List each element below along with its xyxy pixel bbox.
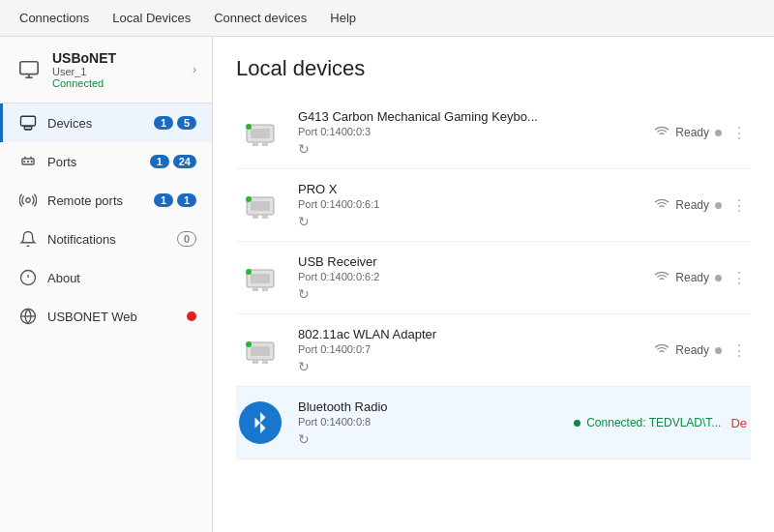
page-title: Local devices bbox=[236, 56, 751, 81]
device-name: PRO X bbox=[298, 182, 640, 196]
action-menu-button[interactable]: ⋮ bbox=[728, 269, 751, 287]
usbonet-web-icon bbox=[18, 307, 38, 326]
connection-status: Connected bbox=[52, 77, 116, 89]
main-layout: USBoNET User_1 Connected › Devices 1 5 bbox=[0, 37, 774, 532]
action-menu-button[interactable]: De bbox=[727, 416, 751, 430]
notifications-badge: 0 bbox=[177, 231, 196, 247]
device-port: Port 0:1400:0:7 bbox=[298, 343, 640, 355]
status-dot bbox=[715, 202, 722, 209]
chevron-icon: › bbox=[193, 63, 196, 76]
table-row: G413 Carbon Mechanical Gaming Keybo... P… bbox=[236, 97, 751, 169]
devices-badge1: 1 bbox=[154, 116, 173, 130]
action-menu-button[interactable]: ⋮ bbox=[728, 196, 751, 215]
refresh-icon[interactable]: ↻ bbox=[298, 214, 310, 229]
svg-rect-28 bbox=[262, 215, 268, 219]
svg-rect-3 bbox=[21, 116, 36, 126]
sidebar-item-remote-ports[interactable]: Remote ports 1 1 bbox=[0, 181, 212, 220]
svg-rect-34 bbox=[262, 287, 268, 291]
usb-device-icon bbox=[239, 184, 282, 226]
device-info: PRO X Port 0:1400:0:6:1 ↻ bbox=[298, 182, 640, 229]
device-status: Ready ⋮ bbox=[654, 124, 751, 142]
connected-dot bbox=[574, 420, 580, 427]
device-name: G413 Carbon Mechanical Gaming Keybo... bbox=[298, 109, 640, 124]
ports-badge2: 24 bbox=[173, 155, 196, 168]
red-dot-indicator bbox=[187, 311, 196, 321]
status-dot bbox=[715, 130, 722, 136]
sidebar-label-about: About bbox=[47, 271, 196, 285]
wifi-status-icon bbox=[654, 269, 670, 287]
menu-help[interactable]: Help bbox=[318, 3, 368, 33]
menu-connections[interactable]: Connections bbox=[8, 3, 101, 33]
sidebar-item-about[interactable]: About bbox=[0, 258, 212, 297]
status-label: Ready bbox=[675, 343, 709, 357]
usb-device-icon bbox=[239, 111, 282, 154]
action-menu-button[interactable]: ⋮ bbox=[728, 124, 751, 142]
device-port: Port 0:1400:0:8 bbox=[298, 416, 560, 428]
bluetooth-icon bbox=[239, 401, 282, 444]
ports-badge1: 1 bbox=[150, 155, 169, 168]
usb-device-icon bbox=[239, 329, 282, 371]
wifi-status-icon bbox=[654, 341, 670, 360]
device-info: Bluetooth Radio Port 0:1400:0:8 ↻ bbox=[298, 399, 560, 447]
remote-badge2: 1 bbox=[177, 193, 196, 207]
device-name: Bluetooth Radio bbox=[298, 399, 560, 414]
device-info: 802.11ac WLAN Adapter Port 0:1400:0:7 ↻ bbox=[298, 327, 640, 374]
status-label: Connected: TEDVLAD\T... bbox=[586, 416, 721, 429]
monitor-icon bbox=[15, 56, 43, 83]
device-status: Connected: TEDVLAD\T... De bbox=[574, 416, 751, 430]
menu-bar: Connections Local Devices Connect device… bbox=[0, 0, 774, 37]
device-info: USB Receiver Port 0:1400:0:6:2 ↻ bbox=[298, 254, 640, 302]
svg-point-12 bbox=[26, 198, 31, 203]
svg-rect-22 bbox=[262, 142, 268, 146]
device-list: G413 Carbon Mechanical Gaming Keybo... P… bbox=[236, 97, 751, 459]
status-label: Ready bbox=[675, 126, 709, 139]
devices-icon bbox=[18, 113, 38, 133]
device-name: USB Receiver bbox=[298, 254, 640, 269]
svg-rect-33 bbox=[253, 287, 258, 291]
status-label: Ready bbox=[675, 271, 709, 284]
device-status: Ready ⋮ bbox=[654, 269, 751, 287]
device-icon-wrap bbox=[236, 326, 284, 374]
sidebar-label-notifications: Notifications bbox=[47, 232, 167, 247]
status-dot bbox=[715, 347, 722, 354]
table-row: USB Receiver Port 0:1400:0:6:2 ↻ Ready ⋮ bbox=[236, 242, 751, 314]
sidebar-label-usbonet-web: USBONET Web bbox=[47, 310, 177, 324]
device-info: G413 Carbon Mechanical Gaming Keybo... P… bbox=[298, 109, 640, 157]
sidebar-label-devices: Devices bbox=[47, 116, 144, 131]
svg-rect-39 bbox=[253, 360, 258, 364]
refresh-icon[interactable]: ↻ bbox=[298, 359, 310, 374]
sidebar-item-devices[interactable]: Devices 1 5 bbox=[0, 103, 212, 142]
menu-connect-devices[interactable]: Connect devices bbox=[202, 3, 318, 33]
devices-badge2: 5 bbox=[177, 116, 196, 130]
device-status: Ready ⋮ bbox=[654, 341, 751, 360]
status-label: Ready bbox=[675, 198, 709, 212]
device-port: Port 0:1400:0:6:1 bbox=[298, 198, 640, 210]
connection-user: User_1 bbox=[52, 66, 116, 77]
remote-badge1: 1 bbox=[154, 193, 173, 207]
connection-info[interactable]: USBoNET User_1 Connected › bbox=[0, 37, 212, 103]
device-icon-wrap bbox=[236, 108, 284, 157]
sidebar: USBoNET User_1 Connected › Devices 1 5 bbox=[0, 37, 213, 532]
svg-rect-0 bbox=[20, 62, 38, 74]
ports-icon bbox=[18, 152, 38, 171]
refresh-icon[interactable]: ↻ bbox=[298, 431, 310, 447]
svg-point-20 bbox=[246, 124, 252, 130]
svg-point-26 bbox=[246, 196, 252, 202]
svg-rect-37 bbox=[251, 346, 270, 356]
menu-local-devices[interactable]: Local Devices bbox=[101, 3, 202, 33]
refresh-icon[interactable]: ↻ bbox=[298, 141, 310, 157]
device-name: 802.11ac WLAN Adapter bbox=[298, 327, 640, 341]
action-menu-button[interactable]: ⋮ bbox=[728, 341, 751, 360]
content-area: Local devices G413 Carbon Mechanical Gam… bbox=[213, 37, 774, 532]
sidebar-item-notifications[interactable]: Notifications 0 bbox=[0, 220, 212, 258]
svg-point-32 bbox=[246, 269, 252, 275]
svg-rect-31 bbox=[251, 274, 270, 283]
sidebar-label-ports: Ports bbox=[47, 155, 140, 169]
device-icon-wrap bbox=[236, 253, 284, 302]
sidebar-item-usbonet-web[interactable]: USBONET Web bbox=[0, 297, 212, 336]
connection-title: USBoNET bbox=[52, 50, 116, 66]
refresh-icon[interactable]: ↻ bbox=[298, 286, 310, 302]
wifi-status-icon bbox=[654, 124, 670, 142]
sidebar-label-remote-ports: Remote ports bbox=[47, 193, 144, 208]
sidebar-item-ports[interactable]: Ports 1 24 bbox=[0, 142, 212, 181]
